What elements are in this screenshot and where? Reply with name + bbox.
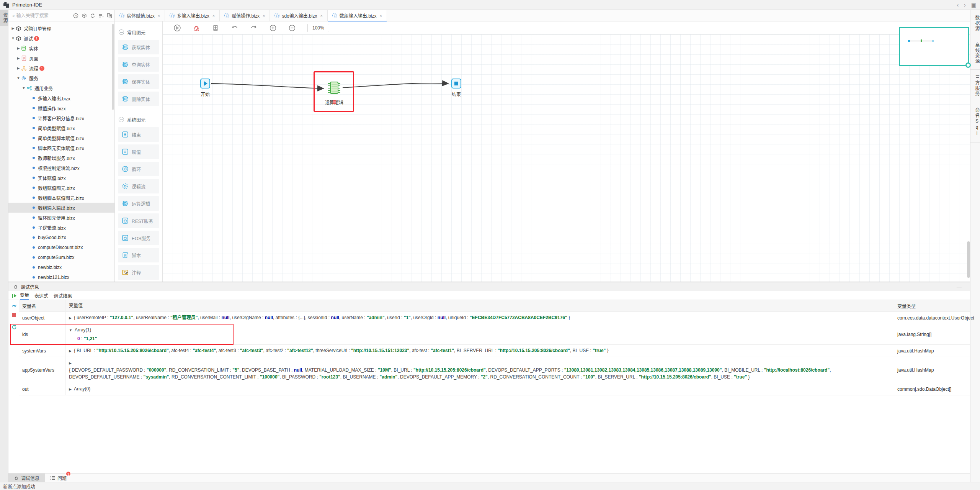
tree-item-file[interactable]: 脚本图元实体赋值.bizx [8,143,114,153]
tree-item-file[interactable]: 数组输入输出.bizx [8,203,114,213]
tree-item-file[interactable]: computeDiscount.bizx [8,243,114,252]
nav-back-icon[interactable]: ‹ [957,2,959,8]
tree-expander-icon[interactable]: ▶ [11,26,15,30]
palette-item[interactable]: 逻辑流 [118,179,159,193]
close-icon[interactable]: × [158,13,160,18]
variable-row[interactable]: systemVars▶{ BI_URL : "http://10.15.15.2… [19,345,970,357]
tree-item-folder[interactable]: ▼通用业务 [8,83,114,93]
palette-item[interactable]: 结束 [118,127,159,142]
editor-tab[interactable]: 数组输入输出.bizx× [328,10,387,21]
palette-item[interactable]: 注释 [118,265,159,280]
variable-row[interactable]: appSystemVars▶{ DEVOPS_DEFAULT_PASSWORD … [19,357,970,383]
stop-icon[interactable] [11,312,17,318]
tree-expander-icon[interactable]: ▶ [16,46,21,50]
tree-expander-icon[interactable]: ▼ [11,36,15,40]
run-icon[interactable] [173,24,181,32]
node-end[interactable]: 结束 [451,79,461,97]
zoom-out-icon[interactable] [288,24,296,32]
deploy-icon[interactable] [212,24,219,32]
debug-icon[interactable] [193,24,200,32]
rail-tab-resources[interactable]: 资源 [0,10,8,26]
resume-icon[interactable] [11,293,17,298]
tree-expander-icon[interactable]: ▶ [16,66,21,70]
rail-tab-2[interactable]: 三方服务 [970,70,980,102]
nav-forward-icon[interactable]: › [964,2,966,8]
debug-tab[interactable]: 变量 [20,292,29,300]
bottom-tab-debug[interactable]: 调试信息 [8,474,45,482]
collapse-panel-icon[interactable]: — [957,284,962,290]
palette-item[interactable]: 运算逻辑 [118,196,159,211]
package-icon[interactable] [81,13,87,18]
tree-item-folder[interactable]: ▶页面 [8,53,114,63]
minimap[interactable] [899,27,969,66]
tree-item-file[interactable]: buyGood.bizx [8,233,114,243]
palette-item[interactable]: 赋值 [118,144,159,159]
sort-icon[interactable] [98,13,104,18]
redo-icon[interactable] [250,24,258,32]
editor-tab[interactable]: sdo输入输出.bizx× [270,10,327,21]
zoom-level[interactable]: 100% [307,24,329,32]
variable-row[interactable]: ids▼Array(1)0 : "1,21"java.lang.String[] [19,324,970,345]
tree-item-file[interactable]: 教师新增服务.bizx [8,153,114,163]
tree-expander-icon[interactable]: ▼ [21,86,26,90]
search-input[interactable] [16,13,62,18]
tree-item-file[interactable]: 数组赋值图元.bizx [8,183,114,193]
tree-scrollbar[interactable] [112,24,114,110]
tree-expander-icon[interactable]: ▶ [16,56,21,60]
variable-row[interactable]: userObject▶{ userRemoteIP : "127.0.0.1",… [19,312,970,324]
tree-item-file[interactable]: 数组脚本赋值图元.bizx [8,193,114,203]
tree-item-folder[interactable]: ▼服务 [8,73,114,83]
tree-item-file[interactable]: 循环图元使用.bizx [8,213,114,223]
rail-tab-0[interactable]: 数据源 [970,10,980,37]
tree-item-folder[interactable]: ▼测试1 [8,33,114,43]
close-icon[interactable]: × [380,13,382,18]
close-icon[interactable]: × [212,13,215,18]
canvas-scrollbar[interactable] [967,241,970,278]
editor-tab[interactable]: 多输入输出.bizx× [165,10,220,21]
palette-item[interactable]: REST服务 [118,213,159,228]
undo-icon[interactable] [231,24,238,32]
tree-item-file[interactable]: 实体赋值.bizx [8,173,114,183]
editor-tab[interactable]: 实体赋值.bizx× [115,10,165,21]
tree-expander-icon[interactable]: ▼ [16,76,21,80]
zoom-in-icon[interactable] [269,24,277,32]
editor-tab[interactable]: 赋值操作.bizx× [220,10,270,21]
tree-item-folder[interactable]: ▶采购订单管理 [8,23,114,33]
tree-item-file[interactable]: newbiz.bizx [8,262,114,272]
tree-item-file[interactable]: 权限控制逻辑流.bizx [8,163,114,173]
tree-item-file[interactable]: computeSum.bizx [8,252,114,262]
rail-tab-3[interactable]: 命名Sql [970,102,980,143]
tree-item-file[interactable]: 赋值操作.bizx [8,103,114,113]
rerun-icon[interactable] [11,324,17,330]
minimap-resize-handle[interactable] [965,62,971,68]
tree-item-file[interactable]: newbiz121.bizx [8,272,114,281]
step-icon[interactable] [11,303,17,308]
palette-group-header[interactable]: 系统图元 [119,114,159,125]
palette-item[interactable]: 保存实体 [118,74,159,89]
ai-icon[interactable]: AI [73,13,78,18]
close-icon[interactable]: × [263,13,265,18]
palette-group-header[interactable]: 常用图元 [119,27,159,38]
palette-item[interactable]: 获取实体 [118,40,159,54]
close-icon[interactable]: × [320,13,322,18]
node-start[interactable]: 开始 [200,79,210,97]
tree-item-file[interactable]: 多输入输出.bizx [8,93,114,103]
flow-canvas[interactable]: 开始 运算逻辑 结束 [163,34,970,282]
tree-item-file[interactable]: 子逻辑流.bizx [8,223,114,233]
palette-item[interactable]: 循环 [118,162,159,176]
tree-item-file[interactable]: 计算客户积分信息.bizx [8,113,114,123]
rail-tab-1[interactable]: 离线资源 [970,37,980,70]
refresh-icon[interactable] [90,13,95,18]
tree-item-folder[interactable]: ▶流程1 [8,63,114,73]
tree-item-file[interactable]: 简单类型赋值.bizx [8,123,114,133]
bottom-tab-problems[interactable]: 问题 1 [45,474,72,482]
tree-item-file[interactable]: 简单类型脚本赋值.bizx [8,133,114,143]
palette-item[interactable]: 删除实体 [118,92,159,106]
palette-item[interactable]: 查询实体 [118,57,159,72]
compare-icon[interactable] [106,13,112,18]
tree-item-folder[interactable]: ▶实体 [8,43,114,53]
palette-item[interactable]: EOS服务 [118,231,159,245]
variable-row[interactable]: out▶Array(0)commonj.sdo.DataObject[] [19,383,970,395]
palette-item[interactable]: 脚本 [118,248,159,262]
layout-icon[interactable]: ▣ [971,2,976,8]
